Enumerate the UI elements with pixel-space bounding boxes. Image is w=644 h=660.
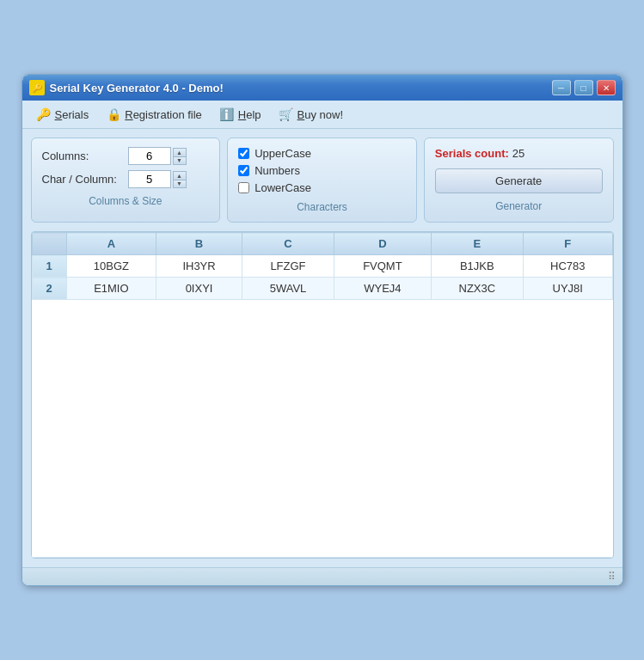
table-row: 1 10BGZ IH3YR LFZGF FVQMT B1JKB HC783 — [32, 255, 612, 278]
columns-input-group: ▲ ▼ — [128, 147, 187, 165]
row-2-d: WYEJ4 — [334, 278, 432, 300]
help-icon: ℹ️ — [219, 107, 235, 122]
row-1-num: 1 — [32, 255, 66, 278]
minimize-button[interactable]: ─ — [552, 80, 571, 95]
menu-bar: 🔑 Serials 🔒 Registration file ℹ️ Help 🛒 … — [22, 101, 623, 129]
columns-panel: Columns: ▲ ▼ Char / Column: ▲ — [31, 138, 221, 223]
lowercase-label[interactable]: LowerCase — [255, 181, 311, 194]
columns-field-row: Columns: ▲ ▼ — [42, 147, 210, 165]
characters-panel-label: Characters — [238, 201, 406, 213]
columns-input[interactable] — [128, 147, 171, 165]
columns-down-btn[interactable]: ▼ — [173, 156, 187, 165]
numbers-checkbox[interactable] — [238, 165, 249, 176]
generator-panel: Serials count: 25 Generate Generator — [424, 138, 614, 223]
title-bar-left: 🔑 Serial Key Generator 4.0 - Demo! — [29, 80, 224, 95]
menu-registration-label: Registration file — [125, 108, 202, 121]
serials-count-row: Serials count: 25 — [435, 147, 603, 160]
menu-serials-label: Serials — [55, 108, 89, 121]
menu-help[interactable]: ℹ️ Help — [212, 104, 268, 125]
content-area: Columns: ▲ ▼ Char / Column: ▲ — [22, 129, 623, 567]
title-bar: 🔑 Serial Key Generator 4.0 - Demo! ─ □ ✕ — [22, 75, 623, 101]
columns-label: Columns: — [42, 150, 128, 162]
numbers-row: Numbers — [238, 164, 406, 177]
chars-input[interactable] — [128, 170, 171, 188]
registration-icon: 🔒 — [106, 107, 121, 122]
uppercase-row: UpperCase — [238, 147, 406, 160]
table-row: 2 E1MIO 0IXYI 5WAVL WYEJ4 NZX3C UYJ8I — [32, 278, 612, 300]
row-2-b: 0IXYI — [156, 278, 242, 300]
menu-buy-label: Buy now! — [297, 108, 343, 121]
chars-label: Char / Column: — [42, 173, 128, 186]
title-buttons: ─ □ ✕ — [552, 80, 616, 95]
row-2-e: NZX3C — [431, 278, 523, 300]
menu-buy[interactable]: 🛒 Buy now! — [272, 104, 350, 125]
window-title: Serial Key Generator 4.0 - Demo! — [50, 82, 224, 95]
table-header: A B C D E F — [32, 233, 612, 255]
serials-count-label: Serials count: — [435, 147, 509, 160]
generator-panel-label: Generator — [435, 200, 603, 212]
row-2-f: UYJ8I — [524, 278, 613, 300]
col-header-e: E — [431, 233, 523, 255]
row-2-c: 5WAVL — [242, 278, 334, 300]
serials-count-value: 25 — [512, 147, 524, 160]
serials-table-container: A B C D E F 1 10BGZ IH3YR LFZGF FVQMT — [31, 231, 614, 559]
row-2-a: E1MIO — [66, 278, 156, 300]
numbers-label[interactable]: Numbers — [255, 164, 300, 177]
panels-row: Columns: ▲ ▼ Char / Column: ▲ — [31, 138, 614, 223]
chars-up-btn[interactable]: ▲ — [173, 171, 187, 180]
close-button[interactable]: ✕ — [597, 80, 616, 95]
table-body: 1 10BGZ IH3YR LFZGF FVQMT B1JKB HC783 2 … — [32, 255, 612, 558]
col-header-b: B — [156, 233, 242, 255]
uppercase-label[interactable]: UpperCase — [255, 147, 311, 160]
table-spacer-row — [32, 300, 612, 558]
row-1-c: LFZGF — [242, 255, 334, 278]
chars-field-row: Char / Column: ▲ ▼ — [42, 170, 210, 188]
chars-spinner: ▲ ▼ — [173, 171, 187, 188]
columns-panel-label: Columns & Size — [42, 195, 210, 207]
row-1-e: B1JKB — [431, 255, 523, 278]
chars-input-group: ▲ ▼ — [128, 170, 187, 188]
uppercase-checkbox[interactable] — [238, 148, 249, 159]
columns-spinner: ▲ ▼ — [173, 148, 187, 165]
maximize-button[interactable]: □ — [574, 80, 593, 95]
menu-registration[interactable]: 🔒 Registration file — [99, 104, 209, 125]
col-header-num — [32, 233, 66, 255]
chars-down-btn[interactable]: ▼ — [173, 180, 187, 188]
menu-serials[interactable]: 🔑 Serials — [29, 104, 96, 125]
col-header-a: A — [66, 233, 156, 255]
row-1-a: 10BGZ — [66, 255, 156, 278]
row-1-b: IH3YR — [156, 255, 242, 278]
col-header-f: F — [524, 233, 613, 255]
row-1-f: HC783 — [524, 255, 613, 278]
status-bar: ⠿ — [22, 567, 623, 585]
serials-table: A B C D E F 1 10BGZ IH3YR LFZGF FVQMT — [32, 232, 613, 558]
lowercase-checkbox[interactable] — [238, 182, 249, 193]
app-icon: 🔑 — [29, 80, 45, 95]
resize-grip: ⠿ — [608, 571, 616, 583]
buy-icon: 🛒 — [279, 107, 294, 122]
serials-icon: 🔑 — [36, 107, 52, 122]
characters-panel: UpperCase Numbers LowerCase Characters — [227, 138, 417, 223]
lowercase-row: LowerCase — [238, 181, 406, 194]
menu-help-label: Help — [238, 108, 261, 121]
header-row: A B C D E F — [32, 233, 612, 255]
col-header-d: D — [334, 233, 432, 255]
col-header-c: C — [242, 233, 334, 255]
row-1-d: FVQMT — [334, 255, 432, 278]
generate-button[interactable]: Generate — [435, 168, 603, 193]
columns-up-btn[interactable]: ▲ — [173, 148, 187, 156]
row-2-num: 2 — [32, 278, 66, 300]
main-window: 🔑 Serial Key Generator 4.0 - Demo! ─ □ ✕… — [21, 74, 623, 586]
